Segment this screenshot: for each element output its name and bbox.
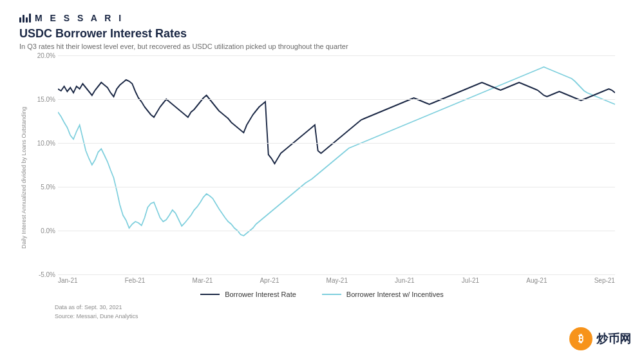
- watermark: ₿ 炒币网: [569, 327, 631, 350]
- legend-line-rate: [200, 294, 220, 295]
- interest-rate-line: [58, 80, 615, 164]
- chart-footer: Data as of: Sept. 30, 2021 Source: Messa…: [55, 303, 625, 321]
- logo: M E S S A R I: [19, 13, 625, 23]
- logo-bar-2: [23, 15, 24, 23]
- watermark-icon: ₿: [569, 327, 592, 350]
- logo-text: M E S S A R I: [35, 13, 124, 23]
- grid-label-5: 5.0%: [31, 184, 55, 191]
- chart-title: USDC Borrower Interest Rates: [19, 27, 625, 41]
- logo-bar-3: [26, 17, 28, 23]
- x-label-jul: Jul-21: [462, 277, 479, 284]
- grid-label-10: 10.0%: [31, 140, 55, 147]
- x-axis-labels: Jan-21 Feb-21 Mar-21 Apr-21 May-21 Jun-2…: [58, 277, 615, 284]
- x-label-sep: Sep-21: [594, 277, 615, 284]
- footer-data-as-of: Data as of: Sept. 30, 2021: [55, 303, 625, 312]
- incentives-line: [58, 67, 615, 236]
- grid-line-0: 0.0%: [58, 231, 615, 231]
- chart-legend: Borrower Interest Rate Borrower Interest…: [19, 291, 625, 298]
- grid-label-neg5: -5.0%: [31, 271, 55, 278]
- y-axis-label: Daily Interest Annualized divided by Loa…: [21, 68, 27, 287]
- chart-plot-area: 20.0% 15.0% 10.0% 5.0% 0.0% -5.0%: [58, 55, 615, 274]
- x-label-aug: Aug-21: [526, 277, 547, 284]
- grid-line-10: 10.0%: [58, 143, 615, 144]
- chart-svg: [58, 55, 615, 274]
- grid-label-0: 0.0%: [31, 227, 55, 234]
- watermark-text: 炒币网: [596, 331, 631, 347]
- legend-item-rate: Borrower Interest Rate: [200, 291, 296, 298]
- x-label-apr: Apr-21: [260, 277, 279, 284]
- grid-label-15: 15.0%: [31, 96, 55, 103]
- x-label-mar: Mar-21: [193, 277, 213, 284]
- legend-item-incentives: Borrower Interest w/ Incentives: [322, 291, 444, 298]
- footer-source: Source: Messari, Dune Analytics: [55, 312, 625, 321]
- page-container: M E S S A R I USDC Borrower Interest Rat…: [0, 0, 644, 362]
- x-label-may: May-21: [327, 277, 348, 284]
- legend-label-rate: Borrower Interest Rate: [225, 291, 296, 298]
- grid-line-5: 5.0%: [58, 187, 615, 187]
- grid-line-20: 20.0%: [58, 55, 615, 56]
- logo-bar-1: [19, 17, 21, 23]
- x-label-jun: Jun-21: [395, 277, 415, 284]
- x-label-jan: Jan-21: [58, 277, 78, 284]
- grid-line-15: 15.0%: [58, 99, 615, 100]
- logo-bar-4: [29, 14, 31, 23]
- logo-bars: [19, 14, 31, 23]
- legend-label-incentives: Borrower Interest w/ Incentives: [346, 291, 444, 298]
- chart-subtitle: In Q3 rates hit their lowest level ever,…: [19, 43, 625, 50]
- legend-line-incentives: [322, 294, 341, 295]
- x-label-feb: Feb-21: [125, 277, 146, 284]
- grid-line-neg5: -5.0%: [58, 274, 615, 275]
- grid-label-20: 20.0%: [31, 52, 55, 59]
